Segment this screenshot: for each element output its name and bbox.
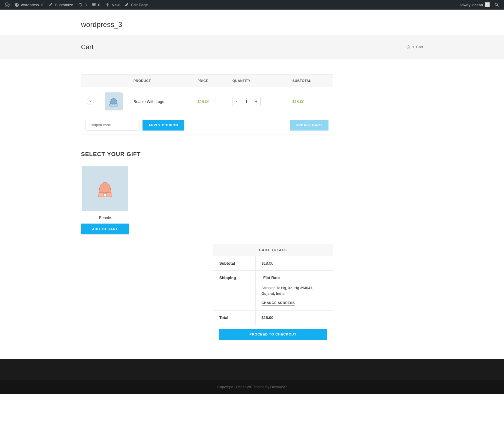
- close-icon: ×: [89, 99, 92, 104]
- svg-rect-3: [113, 104, 115, 106]
- remove-item-button[interactable]: ×: [87, 98, 94, 105]
- qty-input[interactable]: [241, 97, 252, 106]
- topbar-spacer: [0, 10, 504, 14]
- shipping-destination: Shipping To Hg, Xc, Hg 394041, Gujarat, …: [262, 285, 327, 297]
- beanie-icon: [95, 178, 115, 199]
- totals-row-total: Total $18.00: [213, 311, 333, 325]
- beanie-icon: [107, 95, 120, 108]
- breadcrumb: > Cart: [406, 45, 423, 50]
- page-header: Cart > Cart: [0, 35, 504, 59]
- avatar: [485, 2, 490, 7]
- svg-point-1: [495, 3, 497, 5]
- dashboard-icon: [14, 2, 19, 7]
- qty-decrease-button[interactable]: -: [233, 97, 241, 106]
- adminbar-new[interactable]: New: [103, 0, 122, 10]
- wordpress-icon: [5, 2, 10, 7]
- adminbar-site-label: wordpress_3: [21, 3, 43, 7]
- quantity-stepper: - +: [232, 97, 261, 106]
- change-address-link[interactable]: CHANGE ADDRESS: [262, 301, 295, 305]
- footer-copyright: Copyright - OceanWP Theme by OceanWP: [0, 380, 504, 394]
- subtotal-label: Subtotal: [213, 256, 255, 271]
- coupon-input[interactable]: [86, 120, 140, 131]
- adminbar-site-name[interactable]: wordpress_3: [12, 0, 46, 10]
- total-label: Total: [213, 311, 255, 325]
- gift-product-card: Beanie ADD TO CART: [81, 165, 129, 235]
- wp-admin-bar: wordpress_3 Customize 3 0 New Edit Page …: [0, 0, 504, 10]
- page-title: Cart: [81, 43, 94, 51]
- adminbar-new-label: New: [112, 3, 119, 7]
- gift-heading: SELECT YOUR GIFT: [81, 151, 333, 158]
- breadcrumb-home[interactable]: [406, 45, 410, 50]
- shipping-to-prefix: Shipping To: [262, 286, 281, 290]
- svg-rect-5: [104, 194, 106, 196]
- cart-totals-heading: CART TOTALS: [213, 244, 333, 256]
- add-to-cart-button[interactable]: ADD TO CART: [81, 224, 129, 234]
- site-title[interactable]: wordpress_3: [81, 20, 423, 29]
- shipping-method: Flat Rate: [262, 275, 327, 280]
- update-icon: [78, 2, 83, 7]
- proceed-to-checkout-button[interactable]: PROCEED TO CHECKOUT: [219, 329, 327, 340]
- product-thumbnail[interactable]: [105, 92, 123, 110]
- totals-row-shipping: Shipping Flat Rate Shipping To Hg, Xc, H…: [213, 271, 333, 311]
- th-thumb: [99, 75, 128, 87]
- coupon-group: APPLY COUPON: [86, 120, 184, 131]
- adminbar-comments[interactable]: 0: [89, 0, 103, 10]
- adminbar-account[interactable]: Howdy, ocean: [456, 0, 492, 10]
- adminbar-updates[interactable]: 3: [76, 0, 89, 10]
- product-price: $18.00: [192, 87, 227, 116]
- content: PRODUCT PRICE QUANTITY SUBTOTAL ×: [0, 59, 504, 359]
- th-price: PRICE: [192, 75, 227, 87]
- wp-logo-menu[interactable]: [2, 0, 12, 10]
- breadcrumb-sep: >: [412, 45, 414, 49]
- th-remove: [81, 75, 100, 87]
- quantity-cell: - +: [227, 87, 287, 116]
- shipping-label: Shipping: [213, 271, 255, 311]
- totals-row-subtotal: Subtotal $18.00: [213, 256, 333, 271]
- product-name[interactable]: Beanie With Logo: [128, 87, 192, 116]
- adminbar-edit-label: Edit Page: [131, 3, 148, 7]
- product-subtotal: $18.00: [287, 87, 333, 116]
- th-subtotal: SUBTOTAL: [287, 75, 333, 87]
- cart-totals: CART TOTALS Subtotal $18.00 Shipping Fla…: [213, 244, 333, 344]
- cart-table: PRODUCT PRICE QUANTITY SUBTOTAL ×: [81, 74, 333, 134]
- brush-icon: [48, 2, 53, 7]
- apply-coupon-button[interactable]: APPLY COUPON: [142, 120, 184, 131]
- total-value: $18.00: [255, 311, 333, 325]
- update-cart-button[interactable]: UPDATE CART: [290, 120, 328, 131]
- adminbar-greeting: Howdy, ocean: [459, 3, 483, 7]
- th-product: PRODUCT: [128, 75, 192, 87]
- th-quantity: QUANTITY: [227, 75, 287, 87]
- subtotal-value: $18.00: [255, 256, 333, 271]
- gift-product-name[interactable]: Beanie: [81, 212, 129, 224]
- cart-row: × Beanie With: [81, 87, 333, 116]
- cart-actions-row: APPLY COUPON UPDATE CART: [81, 116, 333, 134]
- adminbar-customize-label: Customize: [55, 3, 73, 7]
- site-header: wordpress_3: [0, 14, 504, 35]
- home-icon: [406, 45, 410, 49]
- adminbar-customize[interactable]: Customize: [46, 0, 75, 10]
- breadcrumb-current: Cart: [416, 45, 423, 49]
- search-icon: [494, 2, 499, 7]
- adminbar-search[interactable]: [492, 0, 502, 10]
- gift-product-image[interactable]: [81, 165, 129, 212]
- pencil-icon: [124, 2, 129, 7]
- adminbar-edit-page[interactable]: Edit Page: [122, 0, 150, 10]
- site-footer: [0, 359, 504, 380]
- comment-icon: [92, 2, 96, 7]
- adminbar-comments-count: 0: [98, 3, 100, 7]
- qty-increase-button[interactable]: +: [252, 97, 260, 106]
- adminbar-updates-count: 3: [85, 3, 87, 7]
- plus-icon: [105, 2, 110, 7]
